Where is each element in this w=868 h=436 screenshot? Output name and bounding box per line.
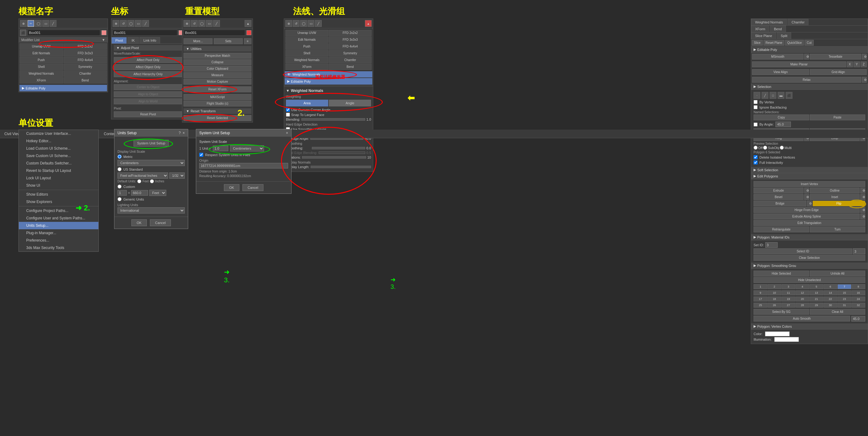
tab-chamfer[interactable]: Chamfer — [787, 19, 808, 25]
iter-slider[interactable] — [302, 156, 366, 158]
unhide-all-btn[interactable]: Unhide All — [810, 271, 865, 277]
ctx-security[interactable]: 3ds Max Security Tools — [19, 244, 98, 252]
smoothing-slider[interactable] — [312, 147, 365, 149]
hide-unsel-btn[interactable]: Hide Unselected — [753, 277, 865, 283]
tab-xform[interactable]: XForm — [751, 26, 769, 32]
extrude-settings[interactable]: ⚙ — [804, 187, 809, 194]
extrude-spline-settings[interactable]: ⚙ — [860, 213, 865, 220]
x-btn[interactable]: X — [847, 61, 853, 67]
tab-pivot[interactable]: Pivot — [111, 37, 127, 43]
ctx-show-editors[interactable]: Show Editors — [19, 191, 98, 198]
util-icon-3[interactable]: ◯ — [198, 20, 205, 27]
sg-21[interactable]: 21 — [810, 296, 823, 301]
units-help-btn[interactable]: ? — [179, 131, 181, 135]
hide-selected-btn[interactable]: Hide Selected — [753, 271, 809, 277]
weighted-normals-selected[interactable]: 👁 Weighted Normals — [285, 71, 372, 78]
collapse-btn[interactable]: Collapse — [184, 59, 251, 65]
mod-ffd-4x4x4[interactable]: FFD 4x4x4 — [64, 57, 107, 63]
measure-btn[interactable]: Measure — [184, 72, 251, 78]
tab-weighted-normals[interactable]: Weighted Normals — [751, 19, 787, 25]
msmooth-btn[interactable]: MSmooth — [752, 54, 804, 60]
metric-select[interactable]: Centimeters — [118, 160, 185, 166]
flip-btn[interactable]: Flip — [812, 201, 865, 206]
smoothing-groups-header[interactable]: ▶ Polygon: Smoothing Grou — [751, 263, 868, 269]
sel-vertex-icon[interactable]: · — [753, 92, 761, 99]
inches-radio[interactable] — [150, 179, 154, 183]
util-icon-2[interactable]: ↺ — [191, 20, 198, 27]
bevel-btn[interactable]: Bevel — [753, 194, 804, 200]
by-angle-input[interactable] — [775, 122, 791, 127]
lighting-select[interactable]: International — [118, 207, 185, 213]
metric-radio[interactable] — [118, 154, 122, 158]
ctx-custom-defaults[interactable]: Custom Defaults Switcher... — [19, 159, 98, 167]
n-edit-normals[interactable]: Edit Normals — [285, 36, 329, 43]
mod-symmetry[interactable]: Symmetry — [64, 64, 107, 70]
color-swatch-vc[interactable] — [765, 331, 789, 336]
util-list-btn[interactable]: ≡ — [244, 38, 251, 44]
make-planar-btn[interactable]: Make Planar — [752, 61, 846, 67]
sg-15[interactable]: 15 — [837, 290, 851, 295]
sg-26[interactable]: 26 — [768, 303, 781, 308]
units-cancel-btn[interactable]: Cancel — [150, 220, 171, 226]
sys-unit-btn[interactable]: System Unit Setup — [133, 140, 168, 147]
n-editable-poly[interactable]: ▶ Editable Poly — [285, 78, 372, 85]
reset-pivot-btn[interactable]: Reset Pivot — [114, 111, 182, 117]
sg-14[interactable]: 14 — [824, 290, 837, 295]
outline-btn[interactable]: Outline — [810, 187, 860, 194]
n-bend[interactable]: Bend — [329, 64, 372, 70]
sg-20[interactable]: 20 — [796, 296, 809, 301]
full-interactivity-check[interactable] — [753, 161, 757, 165]
soft-selection-header[interactable]: ▶ Soft Selection — [751, 167, 868, 173]
sg-22[interactable]: 22 — [824, 296, 837, 301]
fraction-select[interactable]: 1/32 — [169, 173, 185, 179]
grid-align-btn[interactable]: Grid Align — [810, 69, 867, 75]
mod-bend[interactable]: Bend — [64, 77, 107, 84]
tb-icon-line[interactable]: ╱ — [50, 20, 57, 27]
sg-6[interactable]: 6 — [824, 284, 837, 289]
sel-element-icon[interactable]: ⬛ — [786, 92, 793, 99]
inset-btn[interactable]: Inset — [810, 194, 860, 200]
motion-capture-btn[interactable]: Motion Capture — [184, 79, 251, 85]
sys-unit-cancel-btn[interactable]: Cancel — [243, 184, 264, 191]
color-clipboard-btn[interactable]: Color Clipboard — [184, 66, 251, 71]
sets-btn[interactable]: Sets — [214, 38, 243, 44]
quickslice-btn[interactable]: QuickSlice — [785, 40, 804, 46]
ctx-plugin-manager[interactable]: Plug-in Manager... — [19, 229, 98, 237]
object-color-swatch[interactable] — [101, 30, 106, 35]
mod-shell[interactable]: Shell — [20, 64, 63, 70]
paste-btn[interactable]: Paste — [810, 114, 865, 120]
area-btn[interactable]: Area — [286, 100, 328, 107]
n-ffd-4x4x4[interactable]: FFD 4x4x4 — [329, 43, 372, 50]
sys-unit-ok-btn[interactable]: OK — [224, 184, 239, 191]
edit-tri-btn[interactable]: Edit Triangulation — [753, 220, 865, 226]
sg-17[interactable]: 17 — [753, 296, 767, 301]
align-to-world-btn[interactable]: Align to World — [114, 98, 182, 104]
n-unwrap-uvw[interactable]: Unwrap UVW — [285, 30, 329, 36]
ctx-customize-ui[interactable]: Customize User Interface... — [19, 130, 98, 137]
right-editable-poly-header[interactable]: ▶ Editable Poly — [751, 47, 868, 53]
bridge-settings[interactable]: ⚙ — [807, 201, 812, 206]
vertex-colors-header[interactable]: ▶ Polygon: Vertex Colors — [751, 323, 868, 329]
mod-unwrap-uvw[interactable]: Unwrap UVW — [20, 43, 63, 50]
tab-link-info[interactable]: Link Info — [140, 37, 160, 43]
pivot-icon-4[interactable]: ▭ — [135, 20, 142, 27]
heb-slider[interactable] — [319, 151, 365, 154]
clear-all-btn[interactable]: Clear All — [810, 309, 865, 315]
ctx-hotkey[interactable]: Hotkey Editor... — [19, 137, 98, 145]
object-name-input[interactable] — [27, 30, 100, 36]
mod-push[interactable]: Push — [20, 57, 63, 63]
pivot-name-input[interactable] — [113, 30, 177, 36]
select-by-sg-btn[interactable]: Select By SG — [753, 309, 809, 315]
n-icon-red[interactable]: ▲ — [365, 20, 372, 27]
tb-icon-1[interactable]: ⊕ — [20, 20, 27, 27]
off-radio[interactable] — [753, 146, 757, 150]
n-ffd-3x3x3[interactable]: FFD 3x3x3 — [329, 36, 372, 43]
affect-pivot-btn[interactable]: Affect Pivot Only — [114, 57, 182, 63]
sg-27[interactable]: 27 — [782, 303, 795, 308]
tessellate-btn[interactable]: Tessellate — [810, 54, 861, 60]
ctx-units-setup[interactable]: Units Setup... — [19, 222, 98, 229]
retriangulate-btn[interactable]: Retriangulate — [753, 227, 809, 232]
n-icon-5[interactable]: ╱ — [315, 20, 322, 27]
copy-btn[interactable]: Copy — [753, 114, 809, 120]
auto-smooth-btn[interactable]: Auto Smooth — [753, 316, 850, 322]
